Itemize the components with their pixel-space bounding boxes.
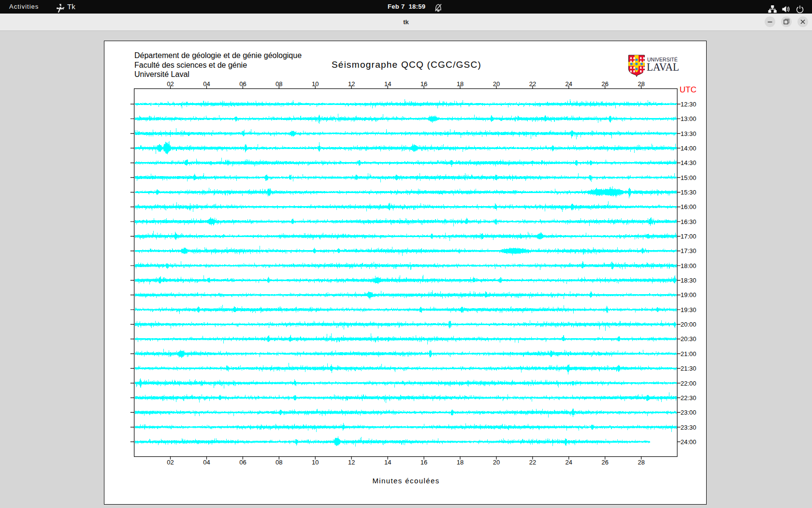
svg-text:14:00: 14:00 — [681, 145, 696, 152]
svg-text:19:00: 19:00 — [681, 291, 696, 299]
svg-text:20: 20 — [493, 80, 500, 88]
svg-text:23:00: 23:00 — [681, 409, 696, 416]
svg-text:24:00: 24:00 — [681, 438, 696, 446]
svg-text:Faculté des sciences et de gén: Faculté des sciences et de génie — [134, 61, 247, 69]
svg-text:06: 06 — [239, 459, 246, 466]
svg-text:17:00: 17:00 — [681, 233, 696, 240]
svg-text:Université Laval: Université Laval — [134, 70, 189, 78]
svg-text:24: 24 — [566, 459, 572, 466]
svg-text:08: 08 — [276, 459, 282, 466]
svg-text:Séismographe QCQ (CGC/GSC): Séismographe QCQ (CGC/GSC) — [332, 60, 481, 70]
svg-text:04: 04 — [203, 80, 210, 88]
svg-text:19:30: 19:30 — [681, 306, 696, 314]
svg-text:20:30: 20:30 — [681, 335, 696, 343]
svg-text:22: 22 — [529, 80, 536, 88]
svg-text:26: 26 — [602, 459, 609, 466]
svg-text:10: 10 — [312, 459, 319, 466]
svg-text:26: 26 — [602, 80, 609, 88]
svg-text:22:30: 22:30 — [681, 394, 696, 402]
svg-text:18:30: 18:30 — [681, 277, 696, 284]
svg-text:21:00: 21:00 — [681, 350, 696, 358]
svg-text:Minutes écoulées: Minutes écoulées — [372, 477, 439, 485]
svg-text:Département de géologie et de: Département de géologie et de génie géol… — [134, 51, 302, 60]
svg-text:18: 18 — [457, 80, 464, 88]
svg-text:08: 08 — [276, 80, 282, 88]
svg-text:23:30: 23:30 — [681, 424, 696, 431]
svg-text:12: 12 — [348, 80, 355, 88]
svg-text:18:00: 18:00 — [681, 262, 696, 269]
svg-text:15:30: 15:30 — [681, 189, 696, 196]
svg-text:02: 02 — [167, 459, 174, 466]
svg-text:06: 06 — [239, 80, 246, 88]
svg-text:17:30: 17:30 — [681, 247, 696, 254]
svg-text:28: 28 — [638, 80, 644, 88]
svg-text:22: 22 — [529, 459, 536, 466]
svg-text:16:00: 16:00 — [681, 203, 696, 210]
svg-text:16: 16 — [420, 80, 427, 88]
svg-text:13:00: 13:00 — [681, 115, 696, 122]
svg-text:14: 14 — [384, 80, 391, 88]
svg-text:28: 28 — [638, 459, 644, 466]
svg-text:UTC: UTC — [680, 85, 696, 94]
svg-text:20: 20 — [493, 459, 500, 466]
svg-text:14: 14 — [384, 459, 391, 466]
svg-text:02: 02 — [167, 80, 174, 88]
svg-text:04: 04 — [203, 459, 210, 466]
svg-text:15:00: 15:00 — [681, 174, 696, 181]
svg-text:14:30: 14:30 — [681, 159, 696, 166]
svg-text:18: 18 — [457, 459, 464, 466]
svg-text:13:30: 13:30 — [681, 130, 696, 137]
svg-text:21:30: 21:30 — [681, 365, 696, 372]
svg-text:16:30: 16:30 — [681, 218, 696, 225]
svg-text:24: 24 — [566, 80, 572, 88]
svg-text:16: 16 — [420, 459, 427, 466]
svg-text:12: 12 — [348, 459, 355, 466]
svg-text:LAVAL: LAVAL — [647, 60, 679, 73]
svg-text:10: 10 — [312, 80, 319, 88]
svg-text:20:00: 20:00 — [681, 321, 696, 328]
svg-text:12:30: 12:30 — [681, 101, 696, 108]
svg-text:22:00: 22:00 — [681, 380, 696, 387]
